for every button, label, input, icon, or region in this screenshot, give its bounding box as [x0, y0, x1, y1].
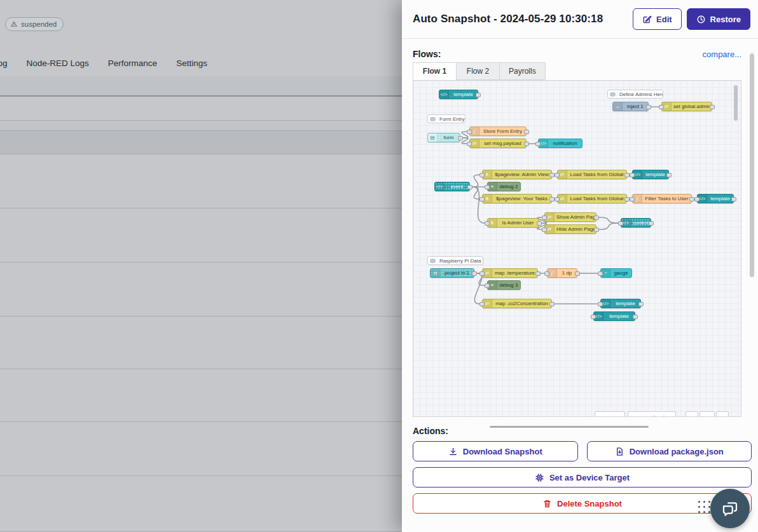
flow-node-gauge: ◔gauge [600, 268, 632, 278]
nav-tab-performance[interactable]: Performance [108, 58, 157, 68]
flow-node-label: form [438, 133, 460, 142]
output-port [638, 302, 644, 306]
tab-flow-1[interactable]: Flow 1 [413, 62, 456, 80]
edit-button[interactable]: Edit [633, 8, 682, 30]
background-page: suspended Log Node-RED Logs Performance … [0, 0, 402, 532]
table-header-row [0, 76, 402, 97]
flow-node-label: template [603, 312, 635, 320]
input-port [479, 302, 485, 306]
flow-node-hide: ⇄Hide Admin Page [544, 224, 596, 234]
trash-icon [542, 499, 552, 508]
flow-node-setadmins: ⇄set global.admins [661, 102, 712, 111]
flow-node-sw_isadmin: ⋔Is Admin User [487, 218, 539, 228]
flow-node-store: fStore Form Entry [469, 126, 527, 136]
flow-node-label: map .co2Concentration [492, 299, 551, 308]
flow-node-label: control [631, 219, 651, 227]
flow-node-load1: ⇄Load Tasks from Global [557, 170, 627, 179]
flow-tabs: Flow 1 Flow 2 Payrolls [413, 62, 758, 80]
output-port [624, 173, 630, 177]
input-port [479, 197, 485, 201]
output-port [549, 302, 555, 306]
output-port [575, 271, 580, 276]
flow-node-c_admins: Define Admins Here [607, 90, 663, 99]
input-port [598, 271, 603, 276]
output-port [731, 197, 736, 201]
input-port [467, 142, 472, 146]
flow-node-label: $pageview: Admin View [492, 170, 551, 179]
comment-bubble-icon [428, 115, 438, 123]
input-port [694, 197, 699, 201]
inject-node-icon: → [613, 102, 623, 111]
tab-flow-2[interactable]: Flow 2 [456, 62, 499, 80]
flow-node-load2: ⇄Load Tasks from Global [557, 194, 627, 203]
zoom-in-button[interactable]: + [716, 411, 729, 417]
background-table [0, 76, 402, 532]
output-port [537, 221, 542, 226]
nav-tab-settings[interactable]: Settings [176, 58, 207, 68]
output-port [524, 142, 529, 146]
output-port [624, 197, 630, 201]
flow-node-label: debug 2 [497, 182, 520, 191]
flow-node-label: $pageview: Your Tasks [492, 194, 551, 203]
table-row [0, 97, 402, 121]
input-port [591, 315, 596, 319]
flow-node-label: set global.admins [672, 102, 712, 111]
zoom-reset-button[interactable]: ○ [699, 411, 715, 417]
download-snapshot-button[interactable]: Download Snapshot [413, 441, 578, 461]
flow-node-tmpl_top: </>template [439, 90, 478, 99]
viewer-copy-button[interactable]: Copy [595, 411, 625, 417]
input-port [630, 173, 635, 177]
flow-node-inject1: →inject 1 [612, 102, 649, 111]
tab-payrolls[interactable]: Payrolls [499, 62, 546, 80]
nav-tab-nodered-logs[interactable]: Node-RED Logs [27, 58, 89, 68]
flow-node-show: ⇄Show Admin Page [544, 212, 596, 222]
warning-triangle-icon [10, 20, 18, 28]
flow-node-onedp: f1 dp [547, 268, 577, 278]
input-port [485, 185, 490, 189]
input-port [659, 105, 664, 109]
edit-button-label: Edit [656, 15, 672, 24]
input-port [467, 130, 472, 134]
viewer-horizontal-scrollbar[interactable] [490, 426, 649, 428]
flow-node-label: template [610, 299, 640, 308]
flow-node-label: inject 1 [623, 102, 648, 111]
flow-node-label: Show Admin Page [555, 213, 596, 221]
flow-node-label: Form Entry [438, 115, 465, 123]
nav-tab-log[interactable]: Log [0, 58, 8, 68]
flow-node-label: Raspberry Pi Data [438, 257, 483, 264]
flow-viewer: </>templateDefine Admins Here→inject 1⇄s… [413, 80, 741, 417]
flow-node-filter: fFilter Tasks to User [632, 194, 692, 203]
flow-node-label: Filter Tasks to User [642, 194, 691, 203]
chat-drag-handle[interactable] [698, 501, 710, 513]
zoom-out-button[interactable]: − [686, 411, 698, 417]
output-port [633, 315, 638, 319]
flow-node-event: </>event [434, 182, 470, 191]
flow-wires [413, 81, 741, 416]
input-port [485, 283, 490, 288]
input-port [535, 142, 541, 146]
set-device-target-button[interactable]: Set as Device Target [413, 467, 752, 488]
panel-scrollbar[interactable] [750, 53, 754, 277]
input-port [555, 197, 560, 201]
chat-button[interactable] [710, 489, 750, 528]
input-port [485, 221, 490, 226]
table-row [0, 422, 402, 476]
input-port [555, 173, 560, 177]
panel-header: Auto Snapshot - 2024-05-29 10:30:18 Edit… [402, 0, 758, 39]
viewer-download-button[interactable]: Download [628, 411, 676, 417]
compare-link[interactable]: compare... [703, 50, 741, 59]
output-port [666, 173, 672, 177]
flow-node-label: Hide Admin Page [555, 225, 596, 233]
flow-node-label: Define Admins Here [617, 90, 663, 98]
download-package-json-button[interactable]: Download package.json [587, 441, 752, 461]
restore-button[interactable]: Restore [687, 8, 750, 30]
viewer-vertical-scrollbar[interactable] [734, 85, 738, 121]
uidark-node-icon: </> [439, 90, 449, 99]
flow-node-mapco2: ⇄map .co2Concentration [482, 299, 552, 308]
input-port [618, 221, 623, 226]
output-port [472, 271, 477, 276]
output-port [710, 105, 715, 109]
output-port [646, 105, 651, 109]
edit-pencil-icon [642, 15, 652, 24]
restore-button-label: Restore [710, 15, 741, 24]
